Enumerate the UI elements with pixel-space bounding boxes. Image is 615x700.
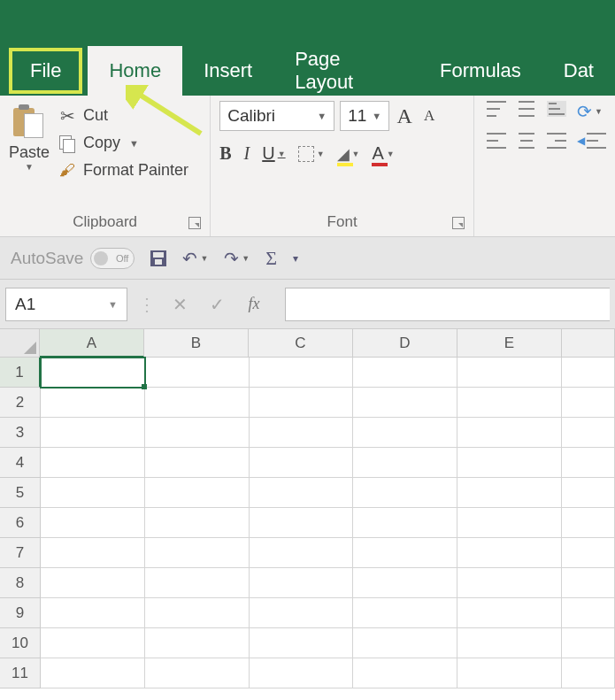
font-name-select[interactable]: Calibri▼ xyxy=(219,101,334,131)
orientation-button[interactable]: ⟳▼ xyxy=(577,101,603,122)
align-left-button[interactable] xyxy=(487,133,506,149)
align-center-button[interactable] xyxy=(517,133,536,149)
copy-button[interactable]: Copy ▼ xyxy=(58,134,188,152)
cell-A5[interactable] xyxy=(41,478,145,508)
tab-page-layout[interactable]: Page Layout xyxy=(273,46,419,96)
cancel-formula-button[interactable]: ✕ xyxy=(166,294,193,315)
cell-D3[interactable] xyxy=(353,418,457,448)
cell-partial[interactable] xyxy=(562,418,615,448)
cell-B8[interactable] xyxy=(145,568,250,598)
cell-C10[interactable] xyxy=(250,628,354,658)
cell-B1[interactable] xyxy=(145,358,250,388)
cell-E4[interactable] xyxy=(457,448,562,478)
align-middle-button[interactable] xyxy=(517,101,536,117)
cell-D10[interactable] xyxy=(353,628,457,658)
align-right-button[interactable] xyxy=(547,133,566,149)
bold-button[interactable]: B xyxy=(219,143,231,164)
cell-C5[interactable] xyxy=(250,478,354,508)
underline-button[interactable]: U▼ xyxy=(262,143,285,164)
cell-partial[interactable] xyxy=(562,508,615,538)
borders-button[interactable]: ▼ xyxy=(298,146,325,162)
cell-A6[interactable] xyxy=(41,508,145,538)
paste-dropdown-icon[interactable]: ▼ xyxy=(25,162,34,172)
cell-E2[interactable] xyxy=(457,388,562,418)
enter-formula-button[interactable]: ✓ xyxy=(204,294,230,315)
cell-D11[interactable] xyxy=(353,658,457,688)
cell-A8[interactable] xyxy=(41,568,145,598)
cell-partial[interactable] xyxy=(562,568,615,598)
cell-B10[interactable] xyxy=(145,628,250,658)
decrease-indent-button[interactable]: ◀ xyxy=(577,133,606,149)
autosave-toggle[interactable]: AutoSave Off xyxy=(11,248,135,269)
cut-button[interactable]: ✂ Cut xyxy=(58,106,188,125)
cell-A11[interactable] xyxy=(41,658,145,688)
cell-B11[interactable] xyxy=(145,658,250,688)
font-color-button[interactable]: A ▼ xyxy=(372,143,394,164)
select-all-corner[interactable] xyxy=(0,329,40,358)
tab-insert[interactable]: Insert xyxy=(182,46,273,96)
row-header-6[interactable]: 6 xyxy=(0,508,41,538)
cell-E9[interactable] xyxy=(457,598,562,628)
row-header-1[interactable]: 1 xyxy=(0,358,41,388)
cell-A1[interactable] xyxy=(41,358,145,388)
formula-input[interactable] xyxy=(285,288,610,321)
column-header-D[interactable]: D xyxy=(353,329,457,358)
column-header-B[interactable]: B xyxy=(144,329,249,358)
copy-dropdown-icon[interactable]: ▼ xyxy=(129,138,139,149)
cell-B4[interactable] xyxy=(145,448,250,478)
cell-C8[interactable] xyxy=(250,568,354,598)
cell-C2[interactable] xyxy=(250,388,354,418)
cell-E3[interactable] xyxy=(457,418,562,448)
font-size-select[interactable]: 11▼ xyxy=(340,101,389,131)
cell-E7[interactable] xyxy=(457,538,562,568)
cell-partial[interactable] xyxy=(562,478,615,508)
row-header-2[interactable]: 2 xyxy=(0,388,41,418)
cell-E10[interactable] xyxy=(457,628,562,658)
tab-formulas[interactable]: Formulas xyxy=(419,46,542,96)
tab-home[interactable]: Home xyxy=(88,46,182,96)
tab-data[interactable]: Dat xyxy=(542,46,615,96)
cell-C9[interactable] xyxy=(250,598,354,628)
cell-D2[interactable] xyxy=(353,388,457,418)
insert-function-button[interactable]: fx xyxy=(241,295,267,313)
cell-B5[interactable] xyxy=(145,478,250,508)
cell-C11[interactable] xyxy=(250,658,354,688)
cell-C7[interactable] xyxy=(250,538,354,568)
redo-button[interactable]: ↷▼ xyxy=(224,248,250,269)
align-bottom-button[interactable] xyxy=(547,101,566,117)
row-header-8[interactable]: 8 xyxy=(0,568,41,598)
cell-C4[interactable] xyxy=(250,448,354,478)
format-painter-button[interactable]: 🖌 Format Painter xyxy=(58,161,188,180)
cell-partial[interactable] xyxy=(562,628,615,658)
tab-file[interactable]: File xyxy=(9,48,82,94)
undo-button[interactable]: ↶▼ xyxy=(182,248,208,269)
cell-A10[interactable] xyxy=(41,628,145,658)
cell-A2[interactable] xyxy=(41,388,145,418)
cell-B2[interactable] xyxy=(145,388,250,418)
qat-customize-button[interactable]: ▾ xyxy=(293,252,298,265)
cell-C3[interactable] xyxy=(250,418,354,448)
cell-E5[interactable] xyxy=(457,478,562,508)
column-header-A[interactable]: A xyxy=(40,329,144,358)
cell-A3[interactable] xyxy=(41,418,145,448)
cell-B3[interactable] xyxy=(145,418,250,448)
cell-A9[interactable] xyxy=(41,598,145,628)
cell-B7[interactable] xyxy=(145,538,250,568)
cell-D9[interactable] xyxy=(353,598,457,628)
column-header-E[interactable]: E xyxy=(457,329,562,358)
cell-A4[interactable] xyxy=(41,448,145,478)
cell-E6[interactable] xyxy=(457,508,562,538)
cell-D7[interactable] xyxy=(353,538,457,568)
increase-font-button[interactable]: A xyxy=(395,104,414,128)
name-box[interactable]: A1▼ xyxy=(5,288,127,321)
cell-partial[interactable] xyxy=(562,598,615,628)
cell-E1[interactable] xyxy=(457,358,562,388)
cell-C6[interactable] xyxy=(250,508,354,538)
cell-partial[interactable] xyxy=(562,658,615,688)
align-top-button[interactable] xyxy=(487,101,506,117)
paste-button[interactable]: Paste ▼ xyxy=(9,101,50,210)
row-header-3[interactable]: 3 xyxy=(0,418,41,448)
cell-E8[interactable] xyxy=(457,568,562,598)
cell-B6[interactable] xyxy=(145,508,250,538)
cell-D4[interactable] xyxy=(353,448,457,478)
